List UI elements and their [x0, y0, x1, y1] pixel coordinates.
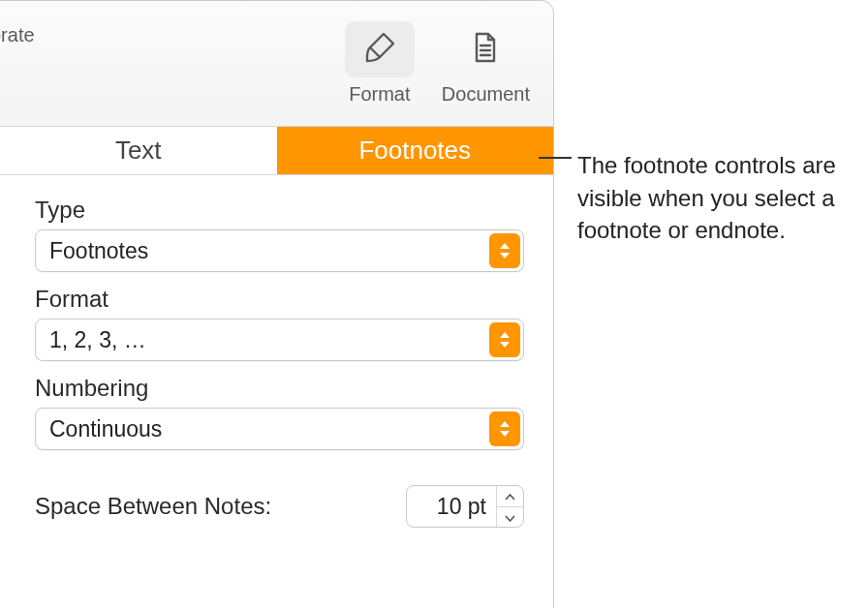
popup-value: 1, 2, 3, … [49, 327, 146, 353]
toolbar-item-document[interactable]: Document [432, 15, 540, 111]
type-label: Type [35, 197, 524, 224]
stepper-down[interactable] [497, 507, 523, 528]
updown-icon [489, 233, 520, 268]
popup-value: Footnotes [49, 238, 148, 264]
svg-marker-4 [500, 253, 510, 258]
type-popup[interactable]: Footnotes [35, 229, 524, 272]
paintbrush-icon [362, 30, 397, 70]
chevron-down-icon [505, 508, 515, 526]
numbering-label: Numbering [35, 375, 524, 402]
space-between-stepper[interactable]: 10 pt [406, 485, 524, 528]
inspector-panel: orate Format [0, 0, 554, 608]
callout-leader-line [539, 157, 572, 159]
tab-label: Footnotes [358, 136, 471, 166]
toolbar-item-label: orate [0, 24, 35, 46]
svg-marker-5 [500, 332, 510, 338]
popup-value: Continuous [49, 416, 162, 442]
toolbar-item-label: Document [442, 83, 530, 106]
space-between-row: Space Between Notes: 10 pt [35, 485, 524, 528]
toolbar-item-partial[interactable]: orate [0, 18, 35, 46]
tab-footnotes[interactable]: Footnotes [277, 127, 554, 174]
format-label: Format [35, 286, 524, 313]
chevron-up-icon [505, 487, 515, 504]
numbering-field-group: Numbering Continuous [35, 375, 524, 450]
footnotes-pane: Type Footnotes Format 1, 2, 3, … Numberi… [0, 175, 553, 528]
stepper-value: 10 pt [407, 494, 496, 520]
toolbar-item-format[interactable]: Format [335, 15, 424, 111]
toolbar-item-label: Format [349, 83, 410, 106]
tab-label: Text [115, 136, 162, 166]
callout-text: The footnote controls are visible when y… [577, 149, 864, 247]
stepper-buttons [496, 486, 523, 527]
document-icon [468, 30, 503, 70]
tab-bar: Text Footnotes [0, 127, 553, 175]
updown-icon [489, 411, 520, 446]
numbering-popup[interactable]: Continuous [35, 408, 524, 450]
svg-marker-7 [500, 421, 510, 427]
svg-marker-3 [500, 243, 510, 249]
svg-marker-6 [500, 342, 510, 348]
svg-marker-8 [500, 431, 510, 437]
format-field-group: Format 1, 2, 3, … [35, 286, 524, 361]
type-field-group: Type Footnotes [35, 197, 524, 272]
updown-icon [489, 322, 520, 357]
format-popup[interactable]: 1, 2, 3, … [35, 319, 524, 361]
toolbar: orate Format [0, 1, 553, 127]
space-between-label: Space Between Notes: [35, 493, 271, 520]
tab-text[interactable]: Text [0, 127, 277, 174]
stepper-up[interactable] [497, 486, 523, 507]
